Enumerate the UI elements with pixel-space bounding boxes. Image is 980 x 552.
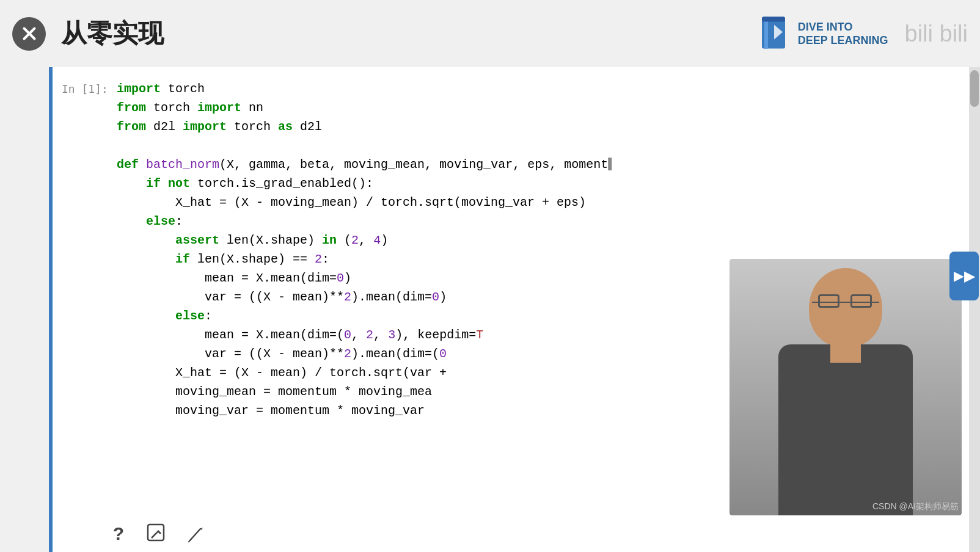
bottom-toolbar: ? xyxy=(98,515,220,552)
person-overlay xyxy=(730,259,962,515)
book-icon xyxy=(757,14,791,54)
help-icon[interactable]: ? xyxy=(107,522,130,545)
top-bar: 从零实现 DIVE INTO DEEP LEARNING bili bili xyxy=(0,0,980,67)
edit-block-icon[interactable] xyxy=(145,522,169,545)
logo-text: DIVE INTO DEEP LEARNING xyxy=(798,20,888,46)
svg-marker-8 xyxy=(200,528,203,530)
next-button[interactable]: ▶ xyxy=(949,252,979,300)
scrollbar-track xyxy=(969,67,980,552)
bilibili-logo: bili bili xyxy=(905,21,968,47)
svg-rect-4 xyxy=(148,525,164,540)
svg-line-7 xyxy=(189,529,200,541)
scrollbar-thumb[interactable] xyxy=(970,70,979,107)
page-title: 从零实现 xyxy=(61,16,164,51)
cell-marker: In [1]: xyxy=(62,82,108,95)
close-button[interactable] xyxy=(12,17,46,51)
watermark: CSDN @AI架构师易筋 xyxy=(872,501,959,512)
pencil-icon[interactable] xyxy=(184,522,207,545)
logo-area: DIVE INTO DEEP LEARNING bili bili xyxy=(757,14,968,54)
svg-rect-2 xyxy=(762,17,785,22)
main-content: In [1]: import torch from torch import n… xyxy=(49,67,980,552)
person-background xyxy=(730,259,962,515)
